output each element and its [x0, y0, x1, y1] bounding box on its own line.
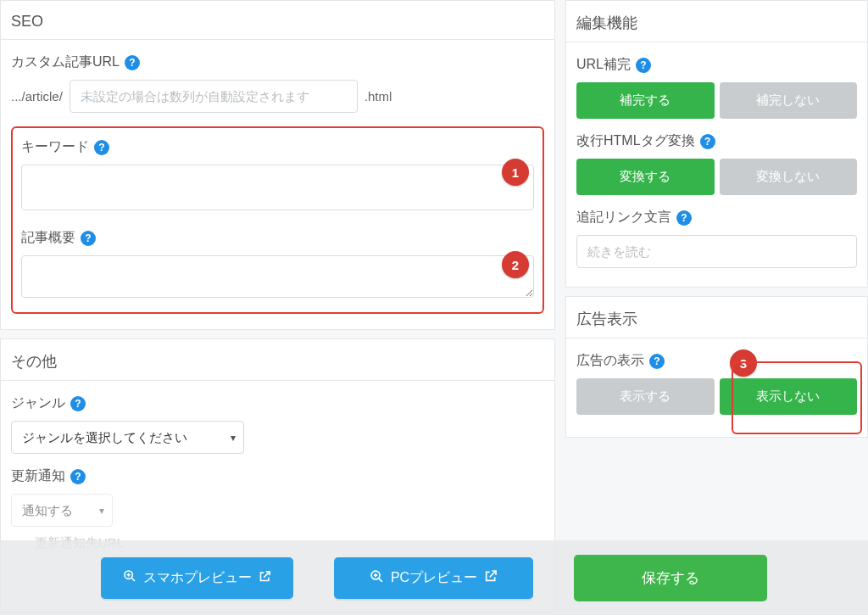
help-icon[interactable]: ?: [125, 55, 140, 70]
annotation-box-1-2: キーワード ? 1 記事概要 ? 2: [11, 126, 544, 314]
pc-preview-button[interactable]: PCプレビュー: [334, 557, 533, 599]
help-icon[interactable]: ?: [70, 469, 86, 484]
zoom-in-icon: [123, 569, 136, 586]
other-title: その他: [1, 339, 554, 381]
save-button[interactable]: 保存する: [574, 555, 767, 601]
svg-line-1: [131, 578, 135, 581]
annotation-badge-1: 1: [502, 159, 529, 186]
help-icon[interactable]: ?: [70, 396, 86, 411]
seo-title: SEO: [1, 1, 554, 40]
br-on-button[interactable]: 変換する: [576, 159, 715, 195]
external-link-icon: [259, 570, 271, 586]
url-suffix: .html: [364, 89, 392, 103]
ads-title: 広告表示: [566, 297, 867, 338]
help-icon[interactable]: ?: [81, 231, 96, 246]
help-icon[interactable]: ?: [649, 354, 665, 369]
svg-line-5: [379, 578, 382, 581]
genre-label: ジャンル: [11, 394, 65, 412]
ads-on-button[interactable]: 表示する: [576, 378, 715, 415]
help-icon[interactable]: ?: [94, 140, 109, 155]
summary-textarea[interactable]: [21, 255, 534, 298]
custom-url-input[interactable]: [70, 80, 358, 113]
annotation-badge-2: 2: [502, 251, 529, 278]
notify-label: 更新通知: [11, 467, 65, 485]
annotation-badge-3: 3: [730, 349, 757, 377]
help-icon[interactable]: ?: [636, 58, 651, 73]
url-prefix: .../article/: [11, 89, 63, 103]
ads-display-label: 広告の表示: [576, 352, 644, 370]
more-link-label: 追記リンク文言: [576, 209, 671, 226]
help-icon[interactable]: ?: [676, 210, 692, 226]
more-link-input[interactable]: [576, 235, 857, 268]
zoom-in-icon: [370, 569, 384, 587]
sp-preview-button[interactable]: スマホプレビュー: [101, 557, 293, 599]
seo-panel: SEO カスタム記事URL ? .../article/ .html: [0, 0, 555, 330]
edit-title: 編集機能: [566, 1, 867, 42]
keyword-input[interactable]: [21, 165, 534, 210]
ads-panel: 広告表示 広告の表示 ? 3 表示する 表示しない: [565, 296, 868, 438]
url-completion-label: URL補完: [576, 56, 631, 74]
custom-url-field: カスタム記事URL ? .../article/ .html: [11, 53, 544, 113]
edit-panel: 編集機能 URL補完 ? 補完する 補完しない 改行HTMLタグ変換 ?: [565, 0, 868, 288]
sp-preview-label: スマホプレビュー: [143, 569, 252, 587]
custom-url-label: カスタム記事URL: [11, 53, 120, 71]
url-complete-on-button[interactable]: 補完する: [576, 82, 715, 119]
br-off-button[interactable]: 変換しない: [720, 159, 858, 195]
br-convert-label: 改行HTMLタグ変換: [576, 132, 695, 150]
genre-select[interactable]: ジャンルを選択してください: [11, 421, 244, 454]
notify-select[interactable]: 通知する: [11, 494, 113, 527]
pc-preview-label: PCプレビュー: [391, 569, 477, 587]
keyword-label: キーワード: [21, 138, 89, 156]
help-icon[interactable]: ?: [700, 134, 715, 149]
url-complete-off-button[interactable]: 補完しない: [720, 82, 858, 119]
bottom-bar: スマホプレビュー PCプレビュー 保存する: [0, 540, 868, 615]
ads-off-button[interactable]: 表示しない: [720, 378, 858, 415]
external-link-icon: [484, 569, 498, 586]
summary-label: 記事概要: [21, 229, 75, 247]
